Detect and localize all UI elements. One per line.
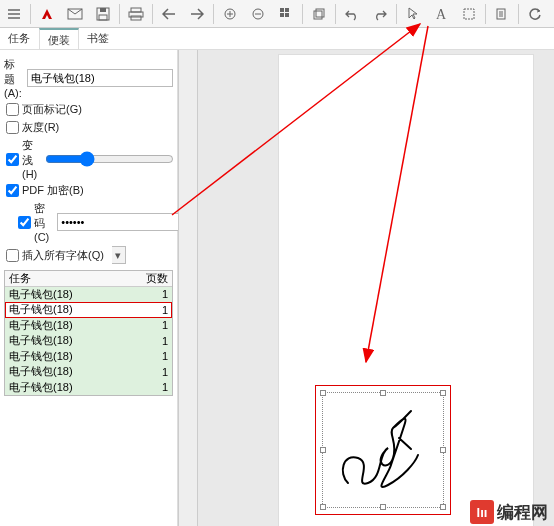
row-pages: 1 <box>138 288 172 300</box>
text-tool-icon[interactable]: A <box>428 1 454 27</box>
row-pages: 1 <box>138 381 172 393</box>
fade-slider[interactable] <box>45 151 174 167</box>
crop-handle[interactable] <box>380 504 386 510</box>
row-name: 电子钱包(18) <box>5 349 138 364</box>
panel-gutter[interactable] <box>178 50 198 526</box>
grid-icon[interactable] <box>273 1 299 27</box>
svg-rect-6 <box>99 15 107 20</box>
signature-image <box>333 403 433 503</box>
svg-rect-4 <box>97 8 109 20</box>
svg-rect-3 <box>68 9 82 19</box>
col-header-pages: 页数 <box>138 271 172 286</box>
table-row[interactable]: 电子钱包(18)1 <box>5 318 172 334</box>
gray-checkbox[interactable] <box>6 121 19 134</box>
crop-handle[interactable] <box>440 447 446 453</box>
document-area <box>198 50 554 526</box>
row-pages: 1 <box>138 304 172 316</box>
row-pages: 1 <box>138 366 172 378</box>
layers-icon[interactable] <box>306 1 332 27</box>
svg-point-13 <box>253 9 263 19</box>
print-icon[interactable] <box>123 1 149 27</box>
back-icon[interactable] <box>156 1 182 27</box>
password-label: 密码(C) <box>34 201 49 243</box>
fade-label: 变浅(H) <box>22 138 37 180</box>
row-name: 电子钱包(18) <box>5 287 138 302</box>
fonts-dropdown-icon[interactable]: ▾ <box>112 246 126 264</box>
password-checkbox[interactable] <box>18 216 31 229</box>
sidebar-tabs: 任务 便装 书签 <box>0 28 554 50</box>
insert-fonts-checkbox[interactable] <box>6 249 19 262</box>
task-table-header: 任务 页数 <box>5 271 172 287</box>
main-toolbar: A <box>0 0 554 28</box>
task-table: 任务 页数 电子钱包(18)1电子钱包(18)1电子钱包(18)1电子钱包(18… <box>4 270 173 396</box>
svg-rect-7 <box>131 8 141 12</box>
svg-rect-17 <box>280 13 284 17</box>
row-name: 电子钱包(18) <box>5 318 138 333</box>
adobe-icon[interactable] <box>34 1 60 27</box>
insert-fonts-label: 插入所有字体(Q) <box>22 248 104 263</box>
site-logo: lıı 编程网 <box>470 500 548 524</box>
page-preview[interactable] <box>278 54 534 526</box>
menu-icon[interactable] <box>1 1 27 27</box>
pdf-encrypt-label: PDF 加密(B) <box>22 183 84 198</box>
col-header-name: 任务 <box>5 271 138 286</box>
row-pages: 1 <box>138 319 172 331</box>
row-pages: 1 <box>138 335 172 347</box>
svg-rect-8 <box>129 12 143 17</box>
svg-rect-20 <box>316 9 324 17</box>
crop-handle[interactable] <box>440 504 446 510</box>
svg-text:A: A <box>436 7 447 21</box>
crop-selection[interactable] <box>315 385 451 515</box>
logo-badge-icon: lıı <box>470 500 494 524</box>
fade-checkbox[interactable] <box>6 153 19 166</box>
page-marks-checkbox[interactable] <box>6 103 19 116</box>
crop-handle[interactable] <box>440 390 446 396</box>
svg-rect-5 <box>100 8 106 12</box>
table-row[interactable]: 电子钱包(18)1 <box>5 287 172 303</box>
save-icon[interactable] <box>90 1 116 27</box>
crop-handle[interactable] <box>320 390 326 396</box>
zoom-in-icon[interactable] <box>217 1 243 27</box>
pdf-encrypt-checkbox[interactable] <box>6 184 19 197</box>
row-name: 电子钱包(18) <box>5 333 138 348</box>
zoom-out-icon[interactable] <box>245 1 271 27</box>
title-label: 标题(A): <box>4 57 23 99</box>
table-row[interactable]: 电子钱包(18)1 <box>5 333 172 349</box>
row-name: 电子钱包(18) <box>5 302 138 317</box>
logo-text: 编程网 <box>497 501 548 524</box>
redo-icon[interactable] <box>367 1 393 27</box>
undo-icon[interactable] <box>339 1 365 27</box>
svg-rect-22 <box>464 9 474 19</box>
crop-inner-border <box>322 392 444 508</box>
svg-rect-23 <box>497 9 505 19</box>
table-row[interactable]: 电子钱包(18)1 <box>5 349 172 365</box>
table-row[interactable]: 电子钱包(18)1 <box>5 302 172 318</box>
row-name: 电子钱包(18) <box>5 380 138 395</box>
svg-rect-16 <box>285 8 289 12</box>
mail-icon[interactable] <box>62 1 88 27</box>
row-pages: 1 <box>138 350 172 362</box>
copy-icon[interactable] <box>489 1 515 27</box>
crop-handle[interactable] <box>380 390 386 396</box>
svg-rect-18 <box>285 13 289 17</box>
svg-point-10 <box>225 9 235 19</box>
crop-handle[interactable] <box>320 504 326 510</box>
reload-icon[interactable] <box>522 1 548 27</box>
crop-handle[interactable] <box>320 447 326 453</box>
title-input[interactable] <box>27 69 173 87</box>
row-name: 电子钱包(18) <box>5 364 138 379</box>
table-row[interactable]: 电子钱包(18)1 <box>5 364 172 380</box>
pointer-icon[interactable] <box>400 1 426 27</box>
tab-bookmark[interactable]: 书签 <box>79 28 118 49</box>
svg-rect-9 <box>131 16 141 20</box>
forward-icon[interactable] <box>184 1 210 27</box>
svg-rect-15 <box>280 8 284 12</box>
table-row[interactable]: 电子钱包(18)1 <box>5 380 172 396</box>
crop-tool-icon[interactable] <box>456 1 482 27</box>
left-panel: 标题(A): 页面标记(G) 灰度(R) 变浅(H) PDF 加密(B) 密码(… <box>0 50 178 526</box>
svg-rect-19 <box>314 11 322 19</box>
page-marks-label: 页面标记(G) <box>22 102 82 117</box>
gray-label: 灰度(R) <box>22 120 59 135</box>
tab-task[interactable]: 任务 <box>0 28 39 49</box>
tab-convenient[interactable]: 便装 <box>39 28 79 49</box>
